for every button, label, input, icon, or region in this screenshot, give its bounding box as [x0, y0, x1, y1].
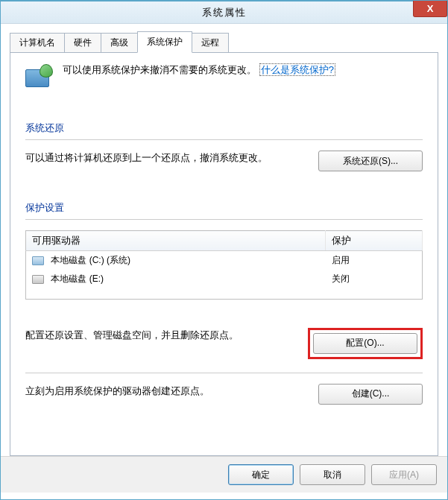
drive-status: 关闭	[326, 270, 423, 288]
drive-icon	[32, 275, 44, 284]
create-row: 立刻为启用系统保护的驱动器创建还原点。 创建(C)...	[25, 384, 423, 405]
divider	[25, 219, 423, 220]
drives-table: 可用驱动器 保护 本地磁盘 (C:) (系统) 启用	[25, 230, 423, 300]
drive-icon	[32, 256, 44, 265]
window-title: 系统属性	[202, 6, 247, 19]
tab-system-protection[interactable]: 系统保护	[137, 31, 192, 53]
close-icon: X	[427, 3, 434, 14]
table-row[interactable]: 本地磁盘 (C:) (系统) 启用	[26, 251, 423, 270]
restore-row: 可以通过将计算机还原到上一个还原点，撤消系统更改。 系统还原(S)...	[25, 151, 423, 171]
ok-button[interactable]: 确定	[228, 464, 294, 485]
dialog-button-bar: 确定 取消 应用(A)	[1, 456, 447, 493]
col-drive[interactable]: 可用驱动器	[26, 231, 326, 251]
create-description: 立刻为启用系统保护的驱动器创建还原点。	[25, 384, 308, 399]
drive-status: 启用	[326, 251, 423, 270]
intro-row: 可以使用系统保护来撤消不需要的系统更改。 什么是系统保护?	[25, 63, 423, 92]
create-button[interactable]: 创建(C)...	[318, 384, 423, 405]
section-protection-settings-header: 保护设置	[25, 201, 423, 215]
col-status[interactable]: 保护	[326, 231, 423, 251]
table-row[interactable]: 本地磁盘 (E:) 关闭	[26, 270, 423, 288]
tab-advanced[interactable]: 高级	[101, 33, 138, 53]
system-restore-button[interactable]: 系统还原(S)...	[318, 151, 423, 171]
intro-text: 可以使用系统保护来撤消不需要的系统更改。 什么是系统保护?	[63, 63, 335, 77]
cancel-button[interactable]: 取消	[300, 464, 365, 485]
system-properties-window: 系统属性 X 计算机名 硬件 高级 系统保护 远程 可以使用系统保护来撤消不需要…	[0, 0, 448, 500]
config-row: 配置还原设置、管理磁盘空间，并且删除还原点。 配置(O)...	[25, 328, 423, 359]
divider	[25, 373, 423, 373]
tab-content: 可以使用系统保护来撤消不需要的系统更改。 什么是系统保护? 系统还原 可以通过将…	[10, 52, 438, 456]
tab-remote[interactable]: 远程	[192, 33, 229, 53]
tab-computer-name[interactable]: 计算机名	[10, 33, 65, 53]
tab-area: 计算机名 硬件 高级 系统保护 远程 可以使用系统保护来撤消不需要的系统更改。 …	[1, 24, 447, 456]
restore-description: 可以通过将计算机还原到上一个还原点，撤消系统更改。	[25, 151, 308, 166]
section-system-restore-header: 系统还原	[25, 121, 423, 135]
tab-hardware[interactable]: 硬件	[64, 33, 101, 53]
divider	[25, 139, 423, 140]
highlight-box: 配置(O)...	[308, 328, 423, 359]
configure-button[interactable]: 配置(O)...	[313, 333, 417, 354]
apply-button[interactable]: 应用(A)	[371, 464, 437, 485]
what-is-system-protection-link[interactable]: 什么是系统保护?	[259, 63, 335, 76]
system-protection-icon	[25, 63, 54, 92]
drive-name: 本地磁盘 (C:) (系统)	[51, 255, 130, 265]
tab-strip: 计算机名 硬件 高级 系统保护 远程	[10, 33, 438, 53]
close-button[interactable]: X	[413, 1, 447, 17]
drive-name: 本地磁盘 (E:)	[51, 273, 104, 284]
titlebar: 系统属性 X	[1, 1, 447, 24]
config-description: 配置还原设置、管理磁盘空间，并且删除还原点。	[25, 328, 297, 344]
